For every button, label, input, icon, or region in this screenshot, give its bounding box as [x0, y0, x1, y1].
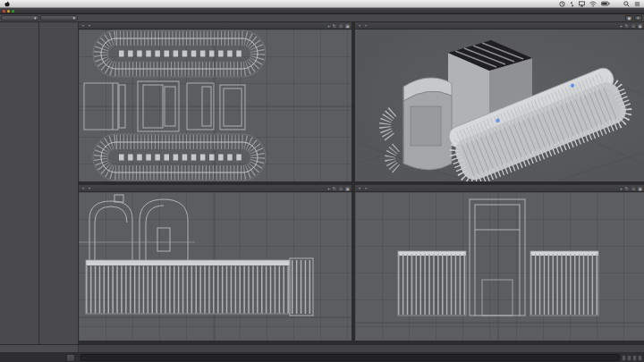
- perspective-model: [355, 29, 644, 181]
- viewport-back-xy: ▾ ▾ + ↻ ⊙ ▣: [79, 185, 352, 341]
- view-type-dropdown[interactable]: ▾: [80, 23, 84, 28]
- viewport-perspective: ▾ ▾ + ↻ ⊙ ▣: [355, 22, 644, 181]
- pan-icon[interactable]: +: [327, 186, 330, 191]
- maximize-icon[interactable]: ▣: [345, 186, 350, 191]
- mini-button[interactable]: [622, 355, 626, 361]
- pan-icon[interactable]: +: [620, 23, 623, 29]
- maximize-icon[interactable]: ▣: [638, 186, 642, 191]
- render-mode-dropdown[interactable]: ▾: [363, 23, 367, 28]
- apple-menu-icon[interactable]: [4, 1, 10, 7]
- edit-dropdown-button[interactable]: ▾: [40, 15, 79, 21]
- bottom-right-mini-buttons: [622, 355, 642, 361]
- chevron-down-icon: ▾: [34, 15, 37, 21]
- viewport-header: ▾ ▾ + ↻ ⊙ ▣: [355, 22, 644, 29]
- bottom-toolbar: [0, 352, 644, 362]
- wifi-icon[interactable]: [589, 1, 597, 7]
- notification-center-icon[interactable]: [634, 1, 640, 7]
- rotate-icon[interactable]: ↻: [625, 23, 629, 29]
- spotlight-icon[interactable]: [623, 1, 630, 7]
- mini-button[interactable]: [638, 355, 642, 361]
- layer-list-icon[interactable]: ≡: [634, 15, 642, 21]
- chevron-down-icon: ▾: [72, 15, 75, 21]
- rotate-icon[interactable]: ↻: [625, 186, 629, 191]
- zoom-icon[interactable]: ⊙: [631, 186, 635, 191]
- pan-icon[interactable]: +: [620, 186, 623, 191]
- mini-button[interactable]: [627, 355, 631, 361]
- status-substrip: [0, 344, 644, 352]
- mini-button[interactable]: [632, 355, 637, 361]
- rotate-icon[interactable]: ↻: [333, 23, 336, 29]
- tool-sidebar: [0, 22, 39, 344]
- top-view-canvas[interactable]: [79, 29, 352, 181]
- close-window-button[interactable]: [3, 10, 5, 13]
- perspective-canvas[interactable]: [355, 29, 644, 181]
- zoom-icon[interactable]: ⊙: [339, 186, 343, 191]
- view-type-dropdown[interactable]: ▾: [80, 186, 84, 190]
- empty-tool-panel: [39, 22, 79, 344]
- view-type-dropdown[interactable]: ▾: [357, 186, 360, 190]
- battery-icon[interactable]: [601, 1, 610, 6]
- viewport-top-xz: ▾ ▾ + ↻ ⊙ ▣: [79, 22, 352, 181]
- macos-menu-bar: [0, 0, 644, 8]
- render-mode-dropdown[interactable]: ▾: [87, 23, 90, 28]
- maximize-icon[interactable]: ▣: [638, 23, 642, 29]
- zoom-window-button[interactable]: [12, 10, 14, 13]
- modeler-toolbar: ▾ ▾ ▣ ≡: [0, 14, 644, 22]
- viewport-right-zy: ▾ ▾ + ↻ ⊙ ▣: [355, 185, 644, 341]
- right-view-wireframe: [355, 192, 644, 341]
- view-type-dropdown[interactable]: ▾: [357, 23, 360, 28]
- back-view-canvas[interactable]: [79, 192, 352, 341]
- layers-panel-icon[interactable]: ▣: [625, 15, 633, 21]
- pan-icon[interactable]: +: [327, 23, 330, 29]
- zoom-icon[interactable]: ⊙: [339, 23, 343, 29]
- modes-mini-button[interactable]: [66, 354, 75, 362]
- right-view-canvas[interactable]: [355, 192, 644, 341]
- viewport-header: ▾ ▾ + ↻ ⊙ ▣: [355, 185, 644, 192]
- airplay-icon[interactable]: [579, 1, 585, 7]
- info-display-strip: [80, 354, 620, 361]
- zoom-icon[interactable]: ⊙: [631, 23, 635, 29]
- file-dropdown-button[interactable]: ▾: [1, 15, 39, 21]
- rotate-icon[interactable]: ↻: [333, 186, 336, 191]
- bluetooth-icon[interactable]: [570, 1, 574, 7]
- viewport-header: ▾ ▾ + ↻ ⊙ ▣: [79, 22, 352, 29]
- viewport-quad: ▾ ▾ + ↻ ⊙ ▣: [79, 22, 644, 344]
- window-title-bar[interactable]: [0, 8, 644, 14]
- render-mode-dropdown[interactable]: ▾: [87, 186, 90, 190]
- top-view-wireframe: [79, 29, 352, 181]
- render-mode-dropdown[interactable]: ▾: [363, 186, 367, 190]
- viewport-header: ▾ ▾ + ↻ ⊙ ▣: [79, 185, 352, 192]
- maximize-icon[interactable]: ▣: [345, 23, 350, 29]
- minimize-window-button[interactable]: [7, 10, 10, 13]
- timemachine-icon[interactable]: [559, 1, 565, 7]
- back-view-wireframe: [79, 192, 352, 341]
